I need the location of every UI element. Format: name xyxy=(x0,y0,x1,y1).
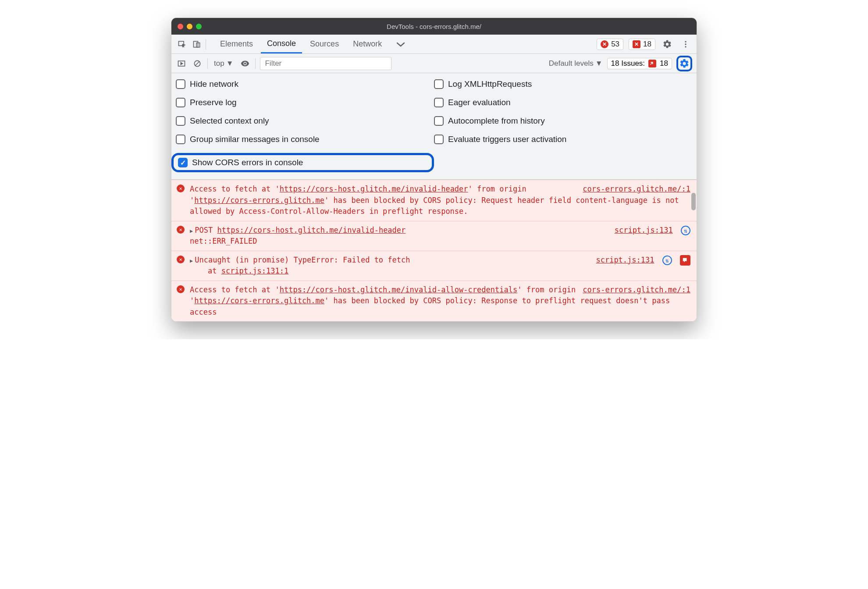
titlebar: DevTools - cors-errors.glitch.me/ xyxy=(171,18,697,35)
tab-sources[interactable]: Sources xyxy=(304,35,345,53)
checkbox-checked-icon xyxy=(178,158,188,167)
tab-overflow[interactable] xyxy=(390,35,412,53)
error-circle-icon: ✕ xyxy=(177,226,185,234)
inspect-icon[interactable] xyxy=(176,38,188,50)
close-button[interactable] xyxy=(178,24,183,29)
scrollbar[interactable] xyxy=(690,180,696,321)
settings-right-column: Log XMLHttpRequests Eager evaluation Aut… xyxy=(434,79,692,172)
setting-preserve-log[interactable]: Preserve log xyxy=(176,98,434,107)
url-link[interactable]: https://cors-host.glitch.me/invalid-head… xyxy=(217,226,406,234)
disclosure-triangle-icon[interactable]: ▶ xyxy=(190,228,193,234)
setting-label: Eager evaluation xyxy=(448,98,511,107)
clear-console-icon[interactable] xyxy=(192,58,203,69)
error-count: 53 xyxy=(611,40,619,49)
console-settings-panel: Hide network Preserve log Selected conte… xyxy=(171,73,697,180)
issue-indicator-icon[interactable] xyxy=(680,255,690,266)
setting-show-cors-errors-highlighted: Show CORS errors in console xyxy=(171,153,434,172)
issues-label: 18 Issues: xyxy=(611,59,645,68)
url-link[interactable]: https://cors-host.glitch.me/invalid-allo… xyxy=(280,285,517,294)
url-link[interactable]: https://cors-errors.glitch.me xyxy=(194,196,324,205)
setting-group-similar[interactable]: Group similar messages in console xyxy=(176,135,434,144)
disclosure-triangle-icon[interactable]: ▶ xyxy=(190,258,193,264)
console-error-cors[interactable]: ✕ cors-errors.glitch.me/:1 Access to fet… xyxy=(171,280,697,322)
issues-count: 18 xyxy=(660,59,668,68)
setting-autocomplete-history[interactable]: Autocomplete from history xyxy=(434,116,692,126)
live-expression-icon[interactable] xyxy=(239,58,251,69)
source-link[interactable]: script.js:131 xyxy=(615,226,673,234)
divider xyxy=(207,58,208,69)
error-circle-icon: ✕ xyxy=(177,255,185,263)
setting-label: Group similar messages in console xyxy=(190,135,320,144)
setting-show-cors-errors[interactable]: Show CORS errors in console xyxy=(178,158,303,167)
issues-indicator[interactable]: 18 Issues: 18 xyxy=(607,58,672,69)
log-levels-selector[interactable]: Default levels ▼ xyxy=(549,59,603,68)
source-link[interactable]: cors-errors.glitch.me/:1 xyxy=(583,184,690,195)
svg-point-5 xyxy=(685,46,686,47)
maximize-button[interactable] xyxy=(196,24,202,29)
error-circle-icon: ✕ xyxy=(177,185,185,192)
setting-label: Log XMLHttpRequests xyxy=(448,79,532,89)
error-circle-icon: ✕ xyxy=(177,285,185,293)
context-label: top xyxy=(214,59,224,68)
checkbox-icon xyxy=(434,135,444,144)
device-toggle-icon[interactable] xyxy=(191,38,203,50)
error-circle-icon: ✕ xyxy=(601,40,608,48)
settings-gear-icon[interactable] xyxy=(661,38,674,51)
checkbox-icon xyxy=(176,79,185,89)
console-toolbar: top ▼ Default levels ▼ 18 Issues: 18 xyxy=(171,54,697,73)
settings-left-column: Hide network Preserve log Selected conte… xyxy=(176,79,434,172)
setting-label: Show CORS errors in console xyxy=(192,158,303,167)
devtools-window: DevTools - cors-errors.glitch.me/ Elemen… xyxy=(171,18,697,322)
context-selector[interactable]: top ▼ xyxy=(212,58,235,69)
checkbox-icon xyxy=(176,116,185,126)
tab-network[interactable]: Network xyxy=(347,35,388,53)
panel-tabs: Elements Console Sources Network xyxy=(214,35,412,53)
issue-count-badge[interactable]: ✕ 18 xyxy=(629,39,655,50)
error-count-badge[interactable]: ✕ 53 xyxy=(597,39,623,50)
console-messages: ✕ cors-errors.glitch.me/:1 Access to fet… xyxy=(171,180,697,321)
console-error-uncaught[interactable]: ✕ script.js:131 ⇅ ▶Uncaught (in promise)… xyxy=(171,251,697,280)
url-link[interactable]: https://cors-errors.glitch.me xyxy=(194,296,324,305)
toggle-sidebar-icon[interactable] xyxy=(176,58,187,69)
svg-point-4 xyxy=(685,43,686,45)
source-link[interactable]: script.js:131 xyxy=(596,255,654,264)
checkbox-icon xyxy=(434,116,444,126)
tab-elements[interactable]: Elements xyxy=(214,35,259,53)
setting-log-xhr[interactable]: Log XMLHttpRequests xyxy=(434,79,692,89)
minimize-button[interactable] xyxy=(187,24,192,29)
tab-console[interactable]: Console xyxy=(261,35,302,53)
checkbox-icon xyxy=(434,79,444,89)
divider xyxy=(255,58,256,69)
source-link[interactable]: cors-errors.glitch.me/:1 xyxy=(583,284,690,296)
console-error-network[interactable]: ✕ script.js:131 ⇅ ▶POST https://cors-hos… xyxy=(171,221,697,251)
issue-square-icon: ✕ xyxy=(633,40,640,48)
console-error-cors[interactable]: ✕ cors-errors.glitch.me/:1 Access to fet… xyxy=(171,180,697,221)
checkbox-icon xyxy=(176,98,185,107)
setting-evaluate-triggers-activation[interactable]: Evaluate triggers user activation xyxy=(434,135,692,144)
issue-count: 18 xyxy=(643,40,651,49)
divider xyxy=(206,39,206,50)
initiator-icon[interactable]: ⇅ xyxy=(662,255,672,265)
setting-label: Selected context only xyxy=(190,116,269,126)
scrollbar-thumb[interactable] xyxy=(691,193,696,210)
source-link[interactable]: script.js:131:1 xyxy=(221,266,289,275)
setting-label: Autocomplete from history xyxy=(448,116,545,126)
url-link[interactable]: https://cors-host.glitch.me/invalid-head… xyxy=(280,185,468,193)
setting-hide-network[interactable]: Hide network xyxy=(176,79,434,89)
chevron-down-icon: ▼ xyxy=(226,59,234,68)
setting-selected-context-only[interactable]: Selected context only xyxy=(176,116,434,126)
initiator-icon[interactable]: ⇅ xyxy=(681,226,690,235)
svg-rect-1 xyxy=(194,41,198,47)
setting-label: Hide network xyxy=(190,79,238,89)
setting-eager-evaluation[interactable]: Eager evaluation xyxy=(434,98,692,107)
setting-label: Evaluate triggers user activation xyxy=(448,135,566,144)
issue-square-icon xyxy=(648,60,656,67)
console-settings-button[interactable] xyxy=(676,56,692,71)
filter-input[interactable] xyxy=(260,57,391,70)
levels-label: Default levels xyxy=(549,59,594,68)
chevron-down-icon: ▼ xyxy=(595,59,603,68)
svg-point-3 xyxy=(685,41,686,42)
checkbox-icon xyxy=(434,98,444,107)
kebab-menu-icon[interactable] xyxy=(679,38,692,51)
checkbox-icon xyxy=(176,135,185,144)
